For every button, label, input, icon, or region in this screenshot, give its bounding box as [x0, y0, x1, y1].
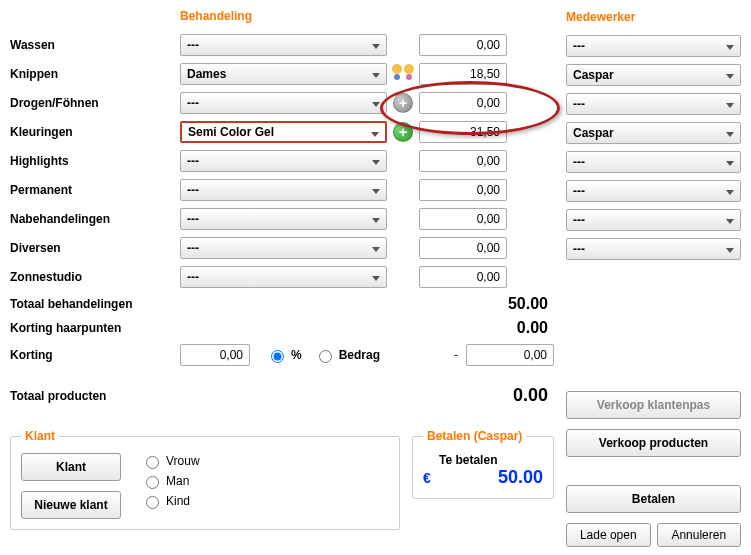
- row-label-7: Diversen: [10, 241, 180, 255]
- gender-vrouw-radio[interactable]: [146, 456, 159, 469]
- total-behandelingen-value: 50.00: [508, 295, 554, 313]
- price-input-3[interactable]: [419, 121, 507, 143]
- behandeling-select-0[interactable]: ---: [180, 34, 387, 56]
- medewerker-select-4[interactable]: ---: [566, 151, 741, 173]
- price-input-7[interactable]: [419, 237, 507, 259]
- price-input-0[interactable]: [419, 34, 507, 56]
- te-betalen-amount: 50.00: [451, 467, 543, 488]
- klant-button[interactable]: Klant: [21, 453, 121, 481]
- medewerker-select-6[interactable]: ---: [566, 209, 741, 231]
- behandeling-select-3[interactable]: Semi Color Gel: [180, 121, 387, 143]
- annuleren-button[interactable]: Annuleren: [657, 523, 742, 547]
- verkoop-klantenpas-button[interactable]: Verkoop klantenpas: [566, 391, 741, 419]
- total-producten-label: Totaal producten: [10, 389, 180, 403]
- total-producten-value: 0.00: [513, 385, 554, 406]
- plus-grey-icon[interactable]: +: [393, 93, 413, 113]
- betalen-button[interactable]: Betalen: [566, 485, 741, 513]
- medewerker-select-7[interactable]: ---: [566, 238, 741, 260]
- medewerker-select-0[interactable]: ---: [566, 35, 741, 57]
- row-label-0: Wassen: [10, 38, 180, 52]
- row-label-2: Drogen/Föhnen: [10, 96, 180, 110]
- row-label-1: Knippen: [10, 67, 180, 81]
- te-betalen-label: Te betalen: [439, 453, 543, 467]
- price-input-5[interactable]: [419, 179, 507, 201]
- behandeling-select-5[interactable]: ---: [180, 179, 387, 201]
- gender-vrouw-label: Vrouw: [166, 454, 200, 468]
- row-label-5: Permanent: [10, 183, 180, 197]
- korting-percent-radio[interactable]: [271, 350, 284, 363]
- behandeling-select-7[interactable]: ---: [180, 237, 387, 259]
- behandeling-select-4[interactable]: ---: [180, 150, 387, 172]
- betalen-legend: Betalen (Caspar): [423, 429, 526, 443]
- medewerker-select-5[interactable]: ---: [566, 180, 741, 202]
- medewerker-select-2[interactable]: ---: [566, 93, 741, 115]
- lade-open-button[interactable]: Lade open: [566, 523, 651, 547]
- korting-label: Korting: [10, 348, 180, 362]
- price-input-4[interactable]: [419, 150, 507, 172]
- medewerker-select-3[interactable]: Caspar: [566, 122, 741, 144]
- header-behandeling: Behandeling: [180, 9, 252, 23]
- nieuwe-klant-button[interactable]: Nieuwe klant: [21, 491, 121, 519]
- euro-symbol: €: [423, 470, 431, 486]
- price-input-2[interactable]: [419, 92, 507, 114]
- korting-bedrag-radio[interactable]: [319, 350, 332, 363]
- row-label-8: Zonnestudio: [10, 270, 180, 284]
- korting-result[interactable]: [466, 344, 554, 366]
- price-input-6[interactable]: [419, 208, 507, 230]
- row-label-4: Highlights: [10, 154, 180, 168]
- behandeling-select-1[interactable]: Dames: [180, 63, 387, 85]
- gender-kind-radio[interactable]: [146, 496, 159, 509]
- korting-bedrag-label: Bedrag: [339, 348, 380, 362]
- gender-kind-label: Kind: [166, 494, 190, 508]
- row-label-3: Kleuringen: [10, 125, 180, 139]
- price-input-8[interactable]: [419, 266, 507, 288]
- header-medewerker: Medewerker: [566, 10, 741, 28]
- korting-sep: -: [454, 348, 458, 362]
- verkoop-producten-button[interactable]: Verkoop producten: [566, 429, 741, 457]
- row-label-6: Nabehandelingen: [10, 212, 180, 226]
- people-icon[interactable]: [392, 64, 414, 84]
- total-behandelingen-label: Totaal behandelingen: [10, 297, 180, 311]
- klant-legend: Klant: [21, 429, 59, 443]
- korting-haarpunten-label: Korting haarpunten: [10, 321, 180, 335]
- medewerker-select-1[interactable]: Caspar: [566, 64, 741, 86]
- korting-haarpunten-value: 0.00: [517, 319, 554, 337]
- korting-input[interactable]: [180, 344, 250, 366]
- gender-man-radio[interactable]: [146, 476, 159, 489]
- behandeling-select-8[interactable]: ---: [180, 266, 387, 288]
- behandeling-select-2[interactable]: ---: [180, 92, 387, 114]
- korting-percent-label: %: [291, 348, 302, 362]
- price-input-1[interactable]: [419, 63, 507, 85]
- gender-man-label: Man: [166, 474, 189, 488]
- behandeling-select-6[interactable]: ---: [180, 208, 387, 230]
- plus-green-icon[interactable]: +: [393, 122, 413, 142]
